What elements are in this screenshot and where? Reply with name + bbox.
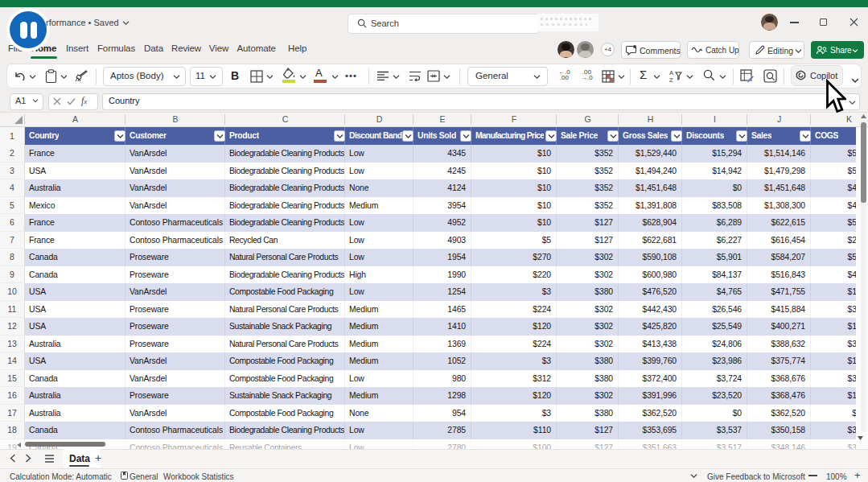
svg-text:Z: Z bbox=[669, 76, 673, 83]
svg-text:A: A bbox=[669, 69, 673, 76]
